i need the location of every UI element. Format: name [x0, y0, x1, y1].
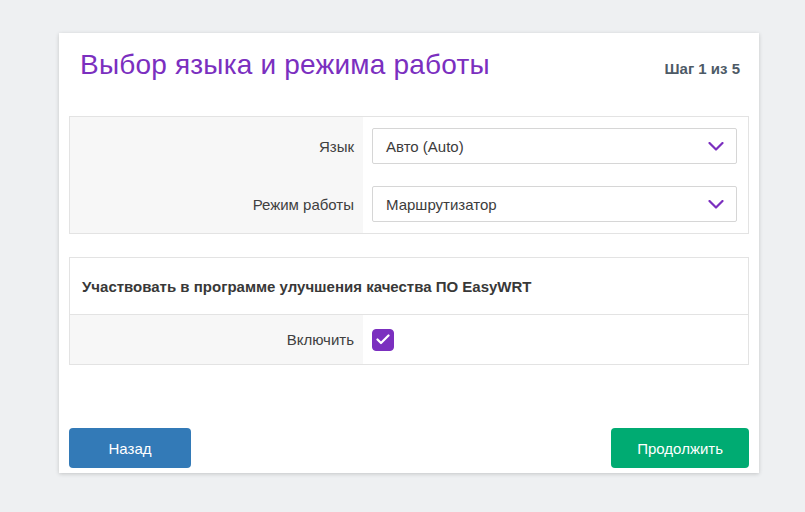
enable-label: Включить [70, 315, 363, 364]
improvement-program-section: Участвовать в программе улучшения качест… [69, 257, 749, 365]
enable-row: Включить [70, 315, 748, 364]
enable-field-cell [363, 315, 748, 364]
card-footer: Назад Продолжить [69, 428, 749, 468]
back-button[interactable]: Назад [69, 428, 191, 468]
language-row: Язык Авто (Auto) [70, 117, 748, 175]
checkmark-icon [376, 334, 390, 345]
chevron-down-icon [708, 200, 724, 209]
mode-field-cell: Маршрутизатор [363, 175, 748, 233]
page-title: Выбор языка и режима работы [80, 48, 490, 82]
language-field-cell: Авто (Auto) [363, 117, 748, 175]
improvement-program-title: Участвовать в программе улучшения качест… [70, 258, 748, 315]
setup-wizard-page: { "wizard": { "title": "Выбор языка и ре… [0, 0, 805, 512]
enable-checkbox[interactable] [372, 329, 394, 351]
mode-select[interactable]: Маршрутизатор [372, 186, 737, 222]
language-select-value: Авто (Auto) [386, 138, 464, 155]
mode-label: Режим работы [70, 175, 363, 233]
card-header: Выбор языка и режима работы Шаг 1 из 5 [59, 33, 759, 83]
wizard-card: Выбор языка и режима работы Шаг 1 из 5 Я… [59, 33, 759, 473]
continue-button[interactable]: Продолжить [611, 428, 749, 468]
step-indicator: Шаг 1 из 5 [664, 60, 740, 77]
mode-row: Режим работы Маршрутизатор [70, 175, 748, 233]
language-label: Язык [70, 117, 363, 175]
language-mode-section: Язык Авто (Auto) Режим работы Маршрутиза… [69, 116, 749, 234]
language-select[interactable]: Авто (Auto) [372, 128, 737, 164]
chevron-down-icon [708, 142, 724, 151]
mode-select-value: Маршрутизатор [386, 196, 497, 213]
